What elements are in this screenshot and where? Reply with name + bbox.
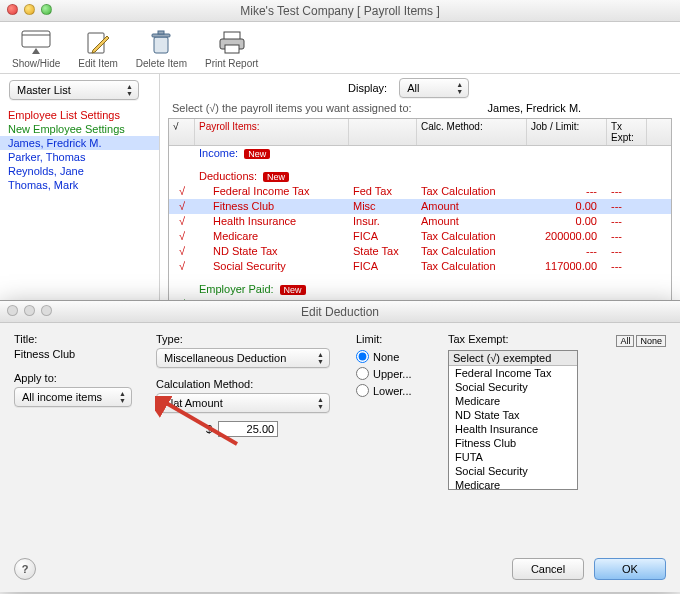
- display-dropdown[interactable]: All ▲▼: [399, 78, 469, 98]
- employee-list-item[interactable]: Thomas, Mark: [0, 178, 159, 192]
- table-header: √ Payroll Items: Calc. Method: Job / Lim…: [169, 119, 671, 146]
- ok-button[interactable]: OK: [594, 558, 666, 580]
- help-button[interactable]: ?: [14, 558, 36, 580]
- dropdown-label: Master List: [17, 84, 71, 96]
- col-job-limit: Job / Limit:: [527, 119, 607, 145]
- modal-minimize-button[interactable]: [24, 305, 35, 316]
- col-blank: [349, 119, 417, 145]
- col-check: √: [169, 119, 195, 145]
- close-window-button[interactable]: [7, 4, 18, 15]
- zoom-window-button[interactable]: [41, 4, 52, 15]
- trash-icon: [143, 28, 179, 58]
- exempt-list-item[interactable]: Federal Income Tax: [449, 366, 577, 380]
- svg-rect-3: [154, 37, 168, 53]
- tax-exempt-label: Tax Exempt:: [448, 333, 614, 345]
- tax-exempt-none-button[interactable]: None: [636, 335, 666, 347]
- toolbar-label: Show/Hide: [12, 58, 60, 69]
- exempt-list-item[interactable]: Social Security: [449, 380, 577, 394]
- limit-lower-radio[interactable]: Lower...: [356, 384, 426, 397]
- modal-close-button[interactable]: [7, 305, 18, 316]
- employee-list-item[interactable]: James, Fredrick M.: [0, 136, 159, 150]
- apply-to-dropdown[interactable]: All income items ▲▼: [14, 387, 132, 407]
- new-badge[interactable]: New: [280, 285, 306, 295]
- main-titlebar: Mike's Test Company [ Payroll Items ]: [0, 0, 680, 22]
- new-badge[interactable]: New: [263, 172, 289, 182]
- limit-upper-radio[interactable]: Upper...: [356, 367, 426, 380]
- tax-exempt-list[interactable]: Select (√) exempted Federal Income TaxSo…: [448, 350, 578, 490]
- modal-zoom-button[interactable]: [41, 305, 52, 316]
- assigned-employee-name: James, Fredrick M.: [488, 102, 582, 114]
- master-list-dropdown[interactable]: Master List ▲▼: [9, 80, 139, 100]
- currency-label: $: [206, 423, 212, 435]
- exempt-list-item[interactable]: Health Insurance: [449, 422, 577, 436]
- type-dropdown[interactable]: Miscellaneous Deduction ▲▼: [156, 348, 330, 368]
- apply-to-label: Apply to:: [14, 372, 134, 384]
- calc-method-dropdown[interactable]: Flat Amount ▲▼: [156, 393, 330, 413]
- modal-title: Edit Deduction: [301, 305, 379, 319]
- title-value: Fitness Club: [14, 348, 134, 360]
- limit-label: Limit:: [356, 333, 426, 345]
- display-label: Display:: [348, 82, 387, 94]
- show-hide-icon: [18, 28, 54, 58]
- toolbar-label: Edit Item: [78, 58, 117, 69]
- dropdown-arrows-icon: ▲▼: [126, 83, 133, 97]
- printer-icon: [214, 28, 250, 58]
- toolbar-label: Print Report: [205, 58, 258, 69]
- dropdown-arrows-icon: ▲▼: [119, 390, 126, 404]
- dropdown-label: All: [407, 82, 419, 94]
- assign-instruction: Select (√) the payroll items you want as…: [172, 102, 412, 114]
- amount-input[interactable]: [218, 421, 278, 437]
- section-income: Income:New: [169, 146, 671, 161]
- edit-item-button[interactable]: Edit Item: [78, 28, 117, 69]
- svg-rect-0: [22, 31, 50, 47]
- new-badge[interactable]: New: [244, 149, 270, 159]
- exempt-list-item[interactable]: ND State Tax: [449, 408, 577, 422]
- employee-list-item[interactable]: New Employee Settings: [0, 122, 159, 136]
- exempt-list-header: Select (√) exempted: [449, 351, 577, 366]
- edit-deduction-dialog: Edit Deduction Title: Fitness Club Apply…: [0, 300, 680, 592]
- exempt-list-item[interactable]: FUTA: [449, 450, 577, 464]
- title-label: Title:: [14, 333, 134, 345]
- employee-list-item[interactable]: Parker, Thomas: [0, 150, 159, 164]
- table-row[interactable]: √Health InsuranceInsur.Amount0.00---: [169, 214, 671, 229]
- table-row[interactable]: √Social SecurityFICATax Calculation11700…: [169, 259, 671, 274]
- dropdown-arrows-icon: ▲▼: [317, 351, 324, 365]
- svg-rect-8: [225, 45, 239, 53]
- show-hide-button[interactable]: Show/Hide: [12, 28, 60, 69]
- print-report-button[interactable]: Print Report: [205, 28, 258, 69]
- table-row[interactable]: √Fitness ClubMiscAmount0.00---: [169, 199, 671, 214]
- calc-method-label: Calculation Method:: [156, 378, 334, 390]
- window-title: Mike's Test Company [ Payroll Items ]: [240, 4, 439, 18]
- exempt-list-item[interactable]: Social Security: [449, 464, 577, 478]
- delete-item-button[interactable]: Delete Item: [136, 28, 187, 69]
- col-payroll-items: Payroll Items:: [195, 119, 349, 145]
- table-row[interactable]: √MedicareFICATax Calculation200000.00---: [169, 229, 671, 244]
- section-employer-paid: Employer Paid:New: [169, 282, 671, 297]
- exempt-list-item[interactable]: Fitness Club: [449, 436, 577, 450]
- exempt-list-item[interactable]: Medicare: [449, 478, 577, 490]
- dropdown-arrows-icon: ▲▼: [456, 81, 463, 95]
- limit-none-radio[interactable]: None: [356, 350, 426, 363]
- dropdown-arrows-icon: ▲▼: [317, 396, 324, 410]
- section-deductions: Deductions:New: [169, 169, 671, 184]
- edit-icon: [80, 28, 116, 58]
- table-row[interactable]: √ND State TaxState TaxTax Calculation---…: [169, 244, 671, 259]
- toolbar: Show/Hide Edit Item Delete Item Print Re…: [0, 22, 680, 74]
- cancel-button[interactable]: Cancel: [512, 558, 584, 580]
- table-row[interactable]: √Federal Income TaxFed TaxTax Calculatio…: [169, 184, 671, 199]
- exempt-list-item[interactable]: Medicare: [449, 394, 577, 408]
- employee-list-item[interactable]: Reynolds, Jane: [0, 164, 159, 178]
- minimize-window-button[interactable]: [24, 4, 35, 15]
- type-label: Type:: [156, 333, 334, 345]
- employee-list-item[interactable]: Employee List Settings: [0, 108, 159, 122]
- svg-rect-5: [158, 31, 164, 34]
- toolbar-label: Delete Item: [136, 58, 187, 69]
- col-calc-method: Calc. Method:: [417, 119, 527, 145]
- col-tx-expt: Tx Expt:: [607, 119, 647, 145]
- tax-exempt-all-button[interactable]: All: [616, 335, 634, 347]
